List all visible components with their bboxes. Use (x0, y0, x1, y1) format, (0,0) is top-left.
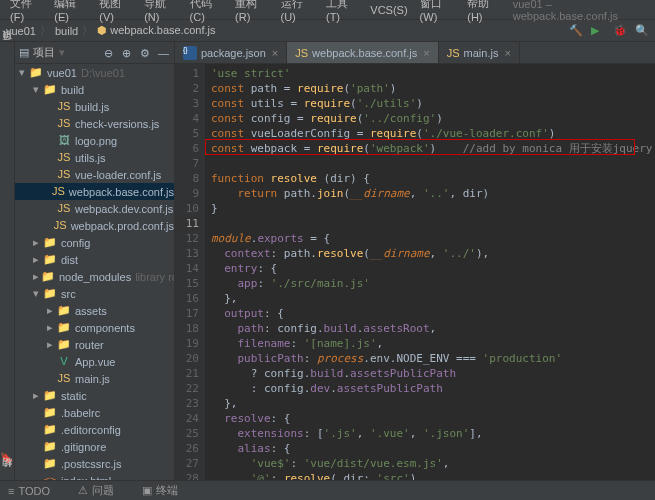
expand-icon[interactable]: ⊕ (122, 47, 134, 59)
js-icon: JS (52, 185, 65, 199)
folder-icon: 📁 (41, 270, 55, 284)
folder-icon: 📁 (43, 83, 57, 97)
tree-node[interactable]: ▾📁vue01D:\vue01 (15, 64, 174, 81)
editor-tabs: {}package.json×JSwebpack.base.conf.js×JS… (175, 42, 655, 64)
editor-tab[interactable]: JSwebpack.base.conf.js× (287, 42, 438, 63)
problems-tab[interactable]: ⚠ 问题 (78, 483, 128, 498)
tree-node[interactable]: ▸📁config (15, 234, 174, 251)
tree-node[interactable]: 📁.babelrc (15, 404, 174, 421)
menu-item[interactable]: 代码(C) (184, 0, 229, 23)
window-title: vue01 – webpack.base.conf.js (507, 0, 651, 22)
project-tree: ▤ 项目 ▾ ⊖ ⊕ ⚙ — ▾📁vue01D:\vue01▾📁buildJSb… (15, 42, 175, 480)
png-icon: 🖼 (57, 134, 71, 148)
folder-icon: 📁 (43, 406, 57, 420)
run-icon[interactable]: ▶ (591, 24, 605, 38)
menu-item[interactable]: 帮助(H) (461, 0, 506, 23)
tree-node[interactable]: JSvue-loader.conf.js (15, 166, 174, 183)
menu-item[interactable]: 文件(F) (4, 0, 48, 23)
folder-icon: 📁 (29, 66, 43, 80)
project-tool-tab[interactable]: 项目 (0, 44, 14, 52)
js-icon: JS (57, 202, 71, 216)
todo-tab[interactable]: ≡ TODO (8, 485, 64, 497)
menu-item[interactable]: 视图(V) (93, 0, 138, 23)
breadcrumb-item[interactable]: ⬢ webpack.base.conf.js (97, 24, 215, 37)
bottom-toolbar: ≡ TODO ⚠ 问题 ▣ 终端 (0, 480, 655, 500)
close-icon[interactable]: × (272, 47, 278, 59)
settings-icon[interactable]: ⚙ (140, 47, 152, 59)
left-rail: 项目 🔖 结构 (0, 42, 15, 480)
menu-item[interactable]: 导航(N) (138, 0, 183, 23)
menu-item[interactable]: 运行(U) (275, 0, 320, 23)
folder-icon: 📁 (57, 304, 71, 318)
terminal-tab[interactable]: ▣ 终端 (142, 483, 192, 498)
search-icon[interactable]: 🔍 (635, 24, 649, 38)
tree-node[interactable]: JScheck-versions.js (15, 115, 174, 132)
editor-tab[interactable]: {}package.json× (175, 42, 287, 63)
menubar: 文件(F)编辑(E)视图(V)导航(N)代码(C)重构(R)运行(U)工具(T)… (0, 0, 655, 20)
folder-icon: 📁 (43, 236, 57, 250)
tree-node[interactable]: JSutils.js (15, 149, 174, 166)
breadcrumb: vue01 〉 build 〉 ⬢ webpack.base.conf.js 🔨… (0, 20, 655, 42)
js-icon: JS (57, 117, 71, 131)
menu-item[interactable]: 编辑(E) (48, 0, 93, 23)
js-icon: JS (447, 47, 460, 59)
tree-node[interactable]: ▸📁router (15, 336, 174, 353)
folder-icon: 📁 (43, 440, 57, 454)
tree-node[interactable]: ▾📁src (15, 285, 174, 302)
tree-node[interactable]: 📁.gitignore (15, 438, 174, 455)
folder-icon: 📁 (43, 253, 57, 267)
editor: {}package.json×JSwebpack.base.conf.js×JS… (175, 42, 655, 480)
menu-item[interactable]: 窗口(W) (414, 0, 462, 23)
debug-icon[interactable]: 🐞 (613, 24, 627, 38)
folder-icon: 📁 (57, 321, 71, 335)
project-icon: ▤ (19, 46, 29, 59)
breadcrumb-item[interactable]: build (55, 25, 78, 37)
tree-node[interactable]: JSwebpack.dev.conf.js (15, 200, 174, 217)
menu-item[interactable]: 重构(R) (229, 0, 274, 23)
js-icon: JS (57, 372, 71, 386)
folder-icon: 📁 (43, 287, 57, 301)
gutter: 1234567891011121314151617181920212223242… (175, 64, 205, 480)
js-icon: JS (54, 219, 67, 233)
hammer-icon[interactable]: 🔨 (569, 24, 583, 38)
bookmark-icon[interactable]: 🔖 (0, 452, 14, 466)
code-area[interactable]: 'use strict'const path = require('path')… (205, 64, 655, 480)
tree-node[interactable]: JSbuild.js (15, 98, 174, 115)
tree-node[interactable]: 📁.editorconfig (15, 421, 174, 438)
close-icon[interactable]: × (504, 47, 510, 59)
tree-title: 项目 (33, 45, 55, 60)
json-icon: {} (183, 46, 197, 60)
tree-node[interactable]: ▾📁build (15, 81, 174, 98)
html-icon: <> (43, 474, 57, 481)
tree-node[interactable]: ▸📁node_moduleslibrary root (15, 268, 174, 285)
folder-icon: 📁 (43, 423, 57, 437)
js-icon: JS (57, 100, 71, 114)
collapse-icon[interactable]: ⊖ (104, 47, 116, 59)
tree-node[interactable]: JSwebpack.base.conf.js (15, 183, 174, 200)
folder-icon: 📁 (43, 389, 57, 403)
tree-node[interactable]: <>index.html (15, 472, 174, 480)
tree-node[interactable]: JSwebpack.prod.conf.js (15, 217, 174, 234)
tree-node[interactable]: JSmain.js (15, 370, 174, 387)
vue-icon: V (57, 355, 71, 369)
js-icon: JS (57, 168, 71, 182)
menu-item[interactable]: 工具(T) (320, 0, 364, 23)
hide-icon[interactable]: — (158, 47, 170, 59)
tree-node[interactable]: ▸📁static (15, 387, 174, 404)
tree-node[interactable]: ▸📁assets (15, 302, 174, 319)
close-icon[interactable]: × (423, 47, 429, 59)
folder-icon: 📁 (57, 338, 71, 352)
tree-node[interactable]: ▸📁components (15, 319, 174, 336)
menu-item[interactable]: VCS(S) (364, 4, 413, 16)
structure-tool-tab[interactable]: 结构 (0, 472, 14, 480)
tree-node[interactable]: 📁.postcssrc.js (15, 455, 174, 472)
tree-node[interactable]: 🖼logo.png (15, 132, 174, 149)
breadcrumb-item[interactable]: vue01 (6, 25, 36, 37)
js-icon: JS (295, 47, 308, 59)
editor-tab[interactable]: JSmain.js× (439, 42, 520, 63)
tree-node[interactable]: VApp.vue (15, 353, 174, 370)
js-icon: JS (57, 151, 71, 165)
tree-node[interactable]: ▸📁dist (15, 251, 174, 268)
folder-icon: 📁 (43, 457, 57, 471)
